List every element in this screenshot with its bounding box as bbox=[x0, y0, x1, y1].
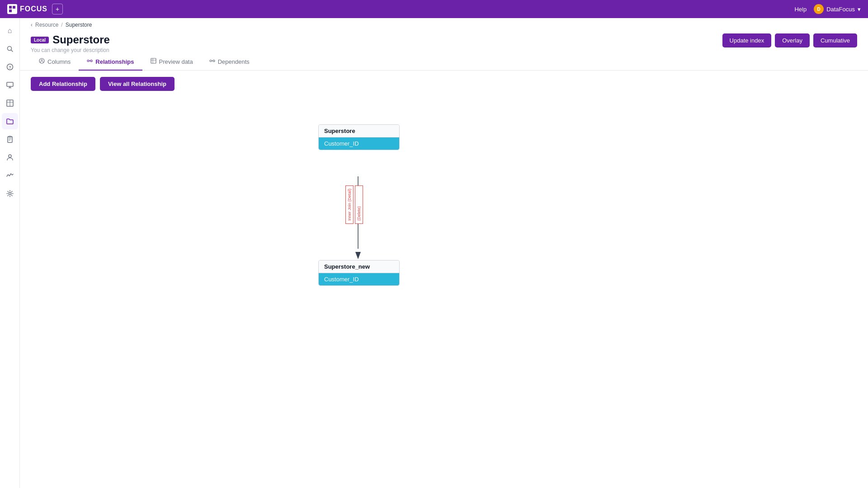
table-superstore-new-header: Superstore_new bbox=[319, 261, 399, 273]
tab-dependents-label: Dependents bbox=[218, 58, 250, 65]
svg-rect-2 bbox=[9, 9, 12, 12]
delete-label[interactable]: (Delete) bbox=[355, 185, 363, 224]
breadcrumb: ‹ Resource / Superstore bbox=[20, 18, 868, 30]
page-description: You can change your description bbox=[31, 47, 110, 53]
preview-icon bbox=[151, 58, 156, 65]
toolbar: Add Relationship View all Relationship bbox=[20, 71, 868, 97]
svg-rect-0 bbox=[9, 6, 12, 9]
user-menu[interactable]: D DataFocus ▾ bbox=[814, 4, 861, 14]
svg-text:?: ? bbox=[9, 65, 11, 70]
tab-relationships-label: Relationships bbox=[95, 58, 134, 65]
local-badge: Local bbox=[31, 37, 49, 43]
sidebar-item-tables[interactable] bbox=[2, 95, 18, 111]
app-name: FOCUS bbox=[20, 5, 47, 13]
svg-point-22 bbox=[87, 60, 89, 62]
sidebar-item-help[interactable]: ? bbox=[2, 59, 18, 75]
tabs: Columns Relationships bbox=[31, 53, 258, 70]
cumulative-button[interactable]: Cumulative bbox=[813, 33, 857, 47]
add-tab-button[interactable]: + bbox=[52, 4, 63, 14]
diagram-area: Superstore Customer_ID Inner Join (Detai… bbox=[20, 97, 868, 488]
svg-point-21 bbox=[41, 59, 42, 61]
topbar: FOCUS + Help D DataFocus ▾ bbox=[0, 0, 868, 18]
sidebar-item-home[interactable]: ⌂ bbox=[2, 23, 18, 39]
chevron-down-icon: ▾ bbox=[858, 6, 861, 13]
add-relationship-button[interactable]: Add Relationship bbox=[31, 77, 95, 91]
relationships-icon bbox=[87, 58, 93, 65]
breadcrumb-separator: / bbox=[61, 22, 62, 28]
svg-rect-8 bbox=[7, 82, 13, 86]
table-superstore-customer-id[interactable]: Customer_ID bbox=[319, 137, 399, 150]
content: ‹ Resource / Superstore Local Superstore… bbox=[20, 18, 868, 488]
svg-point-19 bbox=[9, 193, 11, 195]
username-label: DataFocus bbox=[826, 6, 855, 13]
sidebar-item-activity[interactable] bbox=[2, 167, 18, 184]
svg-point-23 bbox=[90, 60, 92, 62]
svg-rect-1 bbox=[13, 6, 15, 9]
breadcrumb-resource[interactable]: Resource bbox=[35, 22, 58, 28]
svg-point-18 bbox=[9, 155, 11, 157]
view-all-relationship-button[interactable]: View all Relationship bbox=[100, 77, 175, 91]
customer-id-label-bottom: Customer_ID bbox=[324, 276, 359, 283]
inner-join-label[interactable]: Inner Join (Detail) bbox=[345, 185, 354, 224]
sidebar-item-user[interactable] bbox=[2, 149, 18, 166]
help-link[interactable]: Help bbox=[794, 6, 807, 13]
tabs-row: Columns Relationships bbox=[20, 53, 868, 71]
top-actions: Update index Overlay Cumulative bbox=[722, 33, 857, 47]
table-superstore-new: Superstore_new Customer_ID bbox=[318, 260, 400, 286]
page-header: Local Superstore You can change your des… bbox=[20, 30, 868, 53]
breadcrumb-current: Superstore bbox=[66, 22, 92, 28]
columns-icon bbox=[39, 58, 45, 65]
page-title-section: Local Superstore You can change your des… bbox=[31, 33, 110, 53]
svg-point-29 bbox=[213, 60, 215, 62]
page-title-row: Local Superstore bbox=[31, 33, 110, 46]
update-index-button[interactable]: Update index bbox=[722, 33, 772, 47]
app-logo: FOCUS bbox=[7, 4, 47, 14]
table-superstore-name: Superstore bbox=[324, 128, 355, 134]
sidebar-item-settings[interactable] bbox=[2, 185, 18, 202]
svg-rect-3 bbox=[13, 9, 15, 12]
topbar-left: FOCUS + bbox=[7, 4, 63, 14]
tab-columns[interactable]: Columns bbox=[31, 53, 79, 71]
svg-line-5 bbox=[11, 50, 13, 52]
svg-rect-25 bbox=[151, 58, 156, 63]
relationship-labels: Inner Join (Detail) (Delete) bbox=[345, 185, 363, 224]
sidebar-item-search[interactable] bbox=[2, 41, 18, 57]
table-superstore-new-name: Superstore_new bbox=[324, 263, 370, 270]
sidebar-item-monitor[interactable] bbox=[2, 77, 18, 93]
table-superstore-new-customer-id[interactable]: Customer_ID bbox=[319, 273, 399, 285]
page-title: Superstore bbox=[52, 33, 110, 46]
tab-relationships[interactable]: Relationships bbox=[79, 53, 142, 71]
table-superstore: Superstore Customer_ID bbox=[318, 124, 400, 150]
table-superstore-header: Superstore bbox=[319, 125, 399, 137]
sidebar: ⌂ ? bbox=[0, 18, 20, 488]
tab-columns-label: Columns bbox=[47, 58, 71, 65]
avatar: D bbox=[814, 4, 824, 14]
dependents-icon bbox=[209, 58, 215, 65]
main-layout: ⌂ ? bbox=[0, 18, 868, 488]
svg-point-28 bbox=[210, 60, 212, 62]
chevron-left-icon: ‹ bbox=[31, 22, 33, 28]
topbar-right: Help D DataFocus ▾ bbox=[794, 4, 861, 14]
overlay-button[interactable]: Overlay bbox=[775, 33, 810, 47]
sidebar-item-clipboard[interactable] bbox=[2, 131, 18, 147]
tab-preview[interactable]: Preview data bbox=[142, 53, 201, 71]
svg-marker-32 bbox=[355, 252, 361, 259]
sidebar-item-folders[interactable] bbox=[2, 113, 18, 129]
tab-preview-label: Preview data bbox=[159, 58, 193, 65]
logo-icon bbox=[7, 4, 17, 14]
diagram-svg bbox=[20, 97, 868, 488]
customer-id-label-top: Customer_ID bbox=[324, 140, 359, 147]
tab-dependents[interactable]: Dependents bbox=[201, 53, 258, 71]
